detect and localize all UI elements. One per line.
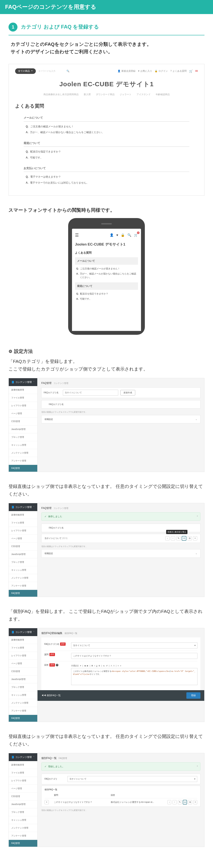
sidebar-item[interactable]: JavaScript管理 — [9, 426, 37, 433]
sidebar-item[interactable]: 新着情報管理 — [9, 761, 37, 769]
toolbar-underline[interactable]: U — [96, 664, 97, 667]
copy-button[interactable]: ⧉ — [187, 536, 192, 540]
initial-setting-panel[interactable]: 初期設定 — [41, 549, 201, 558]
nav-item[interactable]: ジェラート — [120, 93, 131, 96]
sidebar-item[interactable]: レイアウト管理 — [9, 527, 37, 535]
sidebar-item[interactable]: ブロック管理 — [9, 808, 37, 816]
sidebar-heading[interactable]: 📘 コンテンツ管理 — [9, 628, 37, 636]
edit-button[interactable]: ✎ — [176, 536, 181, 540]
sidebar-item[interactable]: 新着情報管理 — [9, 386, 37, 394]
move-up-button[interactable]: ↑ — [171, 536, 175, 540]
toolbar-item[interactable]: A — [111, 664, 112, 667]
sidebar-item[interactable]: ページ管理 — [9, 785, 37, 793]
delete-button[interactable]: × — [193, 800, 197, 804]
toolbar-item[interactable]: 共通設定 — [71, 664, 79, 667]
move-down-button[interactable]: ↓ — [168, 800, 171, 804]
nav-register[interactable]: 👤新規会員登録 — [118, 69, 135, 73]
toolbar-bold[interactable]: B — [92, 664, 93, 667]
sidebar-item[interactable]: キャッシュ管理 — [9, 441, 37, 449]
copy-button[interactable]: ⧉ — [188, 800, 192, 804]
sidebar-item[interactable]: メンテナンス管理 — [9, 449, 37, 457]
nav-item[interactable]: ダウンロード商品 — [96, 93, 115, 96]
toolbar-item[interactable]: ▾ — [80, 664, 81, 667]
sidebar-heading[interactable]: 📘 コンテンツ管理 — [9, 378, 37, 386]
lock-icon[interactable]: 🔒 — [121, 232, 125, 238]
category-pill[interactable]: 全ての商品 ▼ — [15, 68, 36, 74]
toolbar-item[interactable]: ≡ — [120, 664, 121, 667]
search-input[interactable]: キーワードを入力 — [38, 69, 64, 73]
toolbar-strike[interactable]: S — [99, 664, 100, 667]
heart-icon[interactable]: ♥ — [116, 232, 118, 238]
search-icon[interactable]: 🔍 — [66, 69, 69, 73]
nav-faq[interactable]: ?よくある質問 — [171, 69, 187, 73]
sidebar-item-faq[interactable]: FAQ管理 — [9, 715, 37, 722]
sidebar-item[interactable]: ページ管理 — [9, 410, 37, 417]
toolbar-item[interactable]: A — [113, 664, 115, 667]
sidebar-item[interactable]: キャッシュ管理 — [9, 691, 37, 699]
initial-setting-panel[interactable]: 初期設定 — [41, 415, 201, 424]
visibility-toggle[interactable] — [183, 800, 187, 804]
close-icon[interactable]: × — [197, 764, 198, 768]
sidebar-item[interactable]: JavaScript管理 — [9, 551, 37, 558]
sidebar-item[interactable]: CSS管理 — [9, 417, 37, 426]
menu-icon[interactable]: ☰ — [75, 232, 79, 239]
sidebar-item[interactable]: メンテナンス管理 — [9, 824, 37, 832]
sidebar-item[interactable]: レイアウト管理 — [9, 652, 37, 660]
sidebar-item[interactable]: ファイル管理 — [9, 769, 37, 777]
sidebar-item[interactable]: ファイル管理 — [9, 519, 37, 527]
sidebar-heading[interactable]: 📘 コンテンツ管理 — [9, 753, 37, 761]
toolbar-item[interactable]: x² — [106, 664, 108, 667]
toolbar-item[interactable]: ≡ — [118, 664, 119, 667]
sidebar-item-faq[interactable]: FAQ管理 — [9, 590, 37, 597]
category-select[interactable]: 当サイトについて ▾ — [67, 776, 197, 782]
sidebar-item-faq[interactable]: FAQ管理 — [9, 840, 37, 847]
cart-icon[interactable]: 🛒0 — [134, 232, 138, 238]
sidebar-item[interactable]: 新着情報管理 — [9, 636, 37, 644]
editor-toolbar[interactable]: 共通設定 ▾ | ◀ ▶ | B I U S | x₂ x² — [71, 663, 197, 668]
sidebar-item[interactable]: CSS管理 — [9, 793, 37, 801]
sidebar-item[interactable]: メンテナンス管理 — [9, 699, 37, 707]
sidebar-item[interactable]: アンケート管理 — [9, 707, 37, 715]
expand-button[interactable]: + — [44, 800, 49, 804]
user-icon[interactable]: 👤 — [110, 232, 114, 238]
sidebar-item[interactable]: JavaScript管理 — [9, 676, 37, 683]
nav-item[interactable]: 新入荷 — [84, 93, 91, 96]
sidebar-item[interactable]: レイアウト管理 — [9, 777, 37, 785]
sidebar-item[interactable]: 新着情報管理 — [9, 511, 37, 519]
sidebar-item[interactable]: JavaScript管理 — [9, 801, 37, 808]
sidebar-item[interactable]: ブロック管理 — [9, 683, 37, 691]
toolbar-italic[interactable]: I — [94, 664, 95, 667]
sidebar-item[interactable]: CSS管理 — [9, 542, 37, 551]
nav-favorite[interactable]: ♥お気に入り — [138, 69, 152, 73]
edit-button[interactable]: ✎ — [178, 800, 182, 804]
submit-button[interactable]: 登録 — [186, 692, 201, 699]
sidebar-item[interactable]: ページ管理 — [9, 535, 37, 542]
close-icon[interactable]: × — [197, 514, 198, 518]
sidebar-item[interactable]: ファイル管理 — [9, 394, 37, 402]
toolbar-item[interactable]: ◀ — [84, 664, 86, 667]
sidebar-item[interactable]: キャッシュ管理 — [9, 566, 37, 574]
visibility-toggle[interactable] — [182, 536, 186, 540]
sidebar-item-faq[interactable]: FAQ管理 — [9, 465, 37, 472]
search-icon[interactable]: 🔍 — [127, 232, 131, 238]
sidebar-item[interactable]: アンケート管理 — [9, 832, 37, 840]
new-button[interactable]: 新規作成 — [120, 390, 135, 396]
move-up-button[interactable]: ↑ — [173, 800, 176, 804]
back-link[interactable]: ◀◀ 個別FAQ一覧 — [41, 693, 61, 698]
sidebar-item[interactable]: メンテナンス管理 — [9, 574, 37, 582]
sidebar-heading[interactable]: 📘 コンテンツ管理 — [9, 503, 37, 511]
question-input[interactable]: このサイトはどのようなサイトですか？ — [71, 653, 197, 659]
toolbar-item[interactable]: x₂ — [103, 664, 105, 667]
delete-button[interactable]: × — [193, 536, 197, 540]
sidebar-item[interactable]: ファイル管理 — [9, 644, 37, 652]
sidebar-item[interactable]: ブロック管理 — [9, 433, 37, 441]
faq-cat-input[interactable]: 当サイトについて — [63, 390, 118, 396]
sidebar-item[interactable]: レイアウト管理 — [9, 402, 37, 410]
sidebar-item[interactable]: アンケート管理 — [9, 582, 37, 590]
nav-item[interactable]: アイスサンド — [136, 93, 151, 96]
nav-login[interactable]: 🔒ログイン — [155, 69, 168, 73]
sidebar-item[interactable]: ページ管理 — [9, 660, 37, 668]
help-badge[interactable]: ? — [56, 664, 58, 666]
sidebar-item[interactable]: アンケート管理 — [9, 457, 37, 465]
toolbar-item[interactable]: ▶ — [87, 664, 88, 667]
